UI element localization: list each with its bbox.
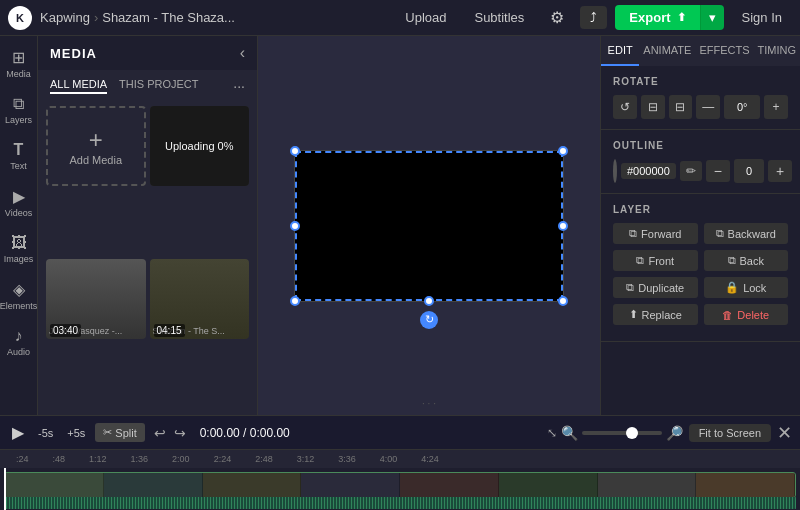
sidebar-item-elements[interactable]: ◈ Elements <box>0 272 37 319</box>
collapse-panel-button[interactable]: ‹ <box>240 44 245 62</box>
canvas-dots: · · · <box>258 399 600 407</box>
share-icon: ⤴ <box>590 10 597 25</box>
fit-to-screen-button[interactable]: Fit to Screen <box>689 424 771 442</box>
front-button[interactable]: ⧉ Front <box>613 250 698 271</box>
ruler-tick-7: 3:12 <box>285 454 327 464</box>
outline-value-input[interactable] <box>734 159 764 183</box>
edit-panel: EDIT ANIMATE EFFECTS TIMING ROTATE ↺ ⊟ ⊟… <box>600 36 800 415</box>
layers-icon: ⧉ <box>13 95 24 113</box>
outline-minus-button[interactable]: − <box>706 160 730 182</box>
audio-track[interactable] <box>4 497 796 509</box>
close-timeline-button[interactable]: ✕ <box>777 422 792 444</box>
canvas[interactable]: ↻ <box>294 150 564 302</box>
backward-label: Backward <box>728 228 776 240</box>
play-button[interactable]: ▶ <box>8 421 28 444</box>
outline-plus-button[interactable]: + <box>768 160 792 182</box>
layer-row-2: ⧉ Front ⧉ Back <box>613 250 788 271</box>
playhead[interactable] <box>4 468 6 510</box>
rotate-value-input[interactable] <box>724 95 760 119</box>
share-button[interactable]: ⤴ <box>580 6 607 29</box>
canvas-area: ↻ · · · <box>258 36 600 415</box>
logo: K <box>8 6 32 30</box>
backward-button[interactable]: ⧉ Backward <box>704 223 789 244</box>
tab-this-project[interactable]: THIS PROJECT <box>119 78 198 94</box>
tab-effects[interactable]: EFFECTS <box>695 36 753 66</box>
layer-row-1: ⧉ Forward ⧉ Backward <box>613 223 788 244</box>
duplicate-icon: ⧉ <box>626 281 634 294</box>
media-video-item-2[interactable]: Shazam - The S... 04:15 <box>150 259 250 339</box>
sidebar-item-videos[interactable]: ▶ Videos <box>0 179 37 226</box>
project-name: Shazam - The Shaza... <box>102 10 235 25</box>
resize-handle-middle-right[interactable] <box>558 221 568 231</box>
back-icon: ⧉ <box>728 254 736 267</box>
ruler-tick-4: 2:00 <box>160 454 202 464</box>
media-uploading-item[interactable]: Uploading 0% <box>150 106 250 186</box>
sidebar-item-media[interactable]: ⊞ Media <box>0 40 37 87</box>
outline-edit-button[interactable]: ✏ <box>680 161 702 181</box>
outline-color-label[interactable]: #000000 <box>621 163 676 179</box>
upload-progress: Uploading 0% <box>150 106 250 186</box>
delete-button[interactable]: 🗑 Delete <box>704 304 789 325</box>
resize-handle-middle-left[interactable] <box>290 221 300 231</box>
tab-timing[interactable]: TIMING <box>754 36 801 66</box>
split-label: Split <box>115 427 136 439</box>
zoom-out-button[interactable]: 🔍 <box>561 425 578 441</box>
sidebar-item-layers[interactable]: ⧉ Layers <box>0 87 37 133</box>
rotate-handle[interactable]: ↻ <box>420 311 438 329</box>
sidebar-item-audio[interactable]: ♪ Audio <box>0 319 37 365</box>
tab-animate[interactable]: ANIMATE <box>639 36 695 66</box>
plus5-button[interactable]: +5s <box>63 425 89 441</box>
forward-icon: ⧉ <box>629 227 637 240</box>
more-options-button[interactable]: ··· <box>233 78 245 94</box>
zoom-in-button[interactable]: 🔎 <box>666 425 683 441</box>
tab-edit[interactable]: EDIT <box>601 36 639 66</box>
zoom-icon: ⤡ <box>547 426 557 440</box>
outline-color-swatch[interactable] <box>613 159 617 183</box>
resize-handle-bottom-left[interactable] <box>290 296 300 306</box>
sidebar-item-text[interactable]: T Text <box>0 133 37 179</box>
duplicate-button[interactable]: ⧉ Duplicate <box>613 277 698 298</box>
duplicate-label: Duplicate <box>638 282 684 294</box>
media-video-item-1[interactable]: Justin Vasquez -... 03:40 <box>46 259 146 339</box>
tab-all-media[interactable]: ALL MEDIA <box>50 78 107 94</box>
undo-redo-group: ↩ ↪ <box>151 423 189 443</box>
resize-handle-bottom-middle[interactable] <box>424 296 434 306</box>
redo-button[interactable]: ↪ <box>171 423 189 443</box>
lock-label: Lock <box>743 282 766 294</box>
zoom-thumb[interactable] <box>626 427 638 439</box>
export-button[interactable]: Export ⬆ <box>615 5 699 30</box>
zoom-slider[interactable] <box>582 431 662 435</box>
export-dropdown-button[interactable]: ▾ <box>700 5 724 30</box>
sidebar: ⊞ Media ⧉ Layers T Text ▶ Videos 🖼 Image… <box>0 36 38 415</box>
rotate-ccw-button[interactable]: ↺ <box>613 95 637 119</box>
rotate-plus-button[interactable]: + <box>764 95 788 119</box>
signin-button[interactable]: Sign In <box>732 6 792 29</box>
ruler-tick-5: 2:24 <box>202 454 244 464</box>
sidebar-item-images[interactable]: 🖼 Images <box>0 226 37 272</box>
resize-handle-bottom-right[interactable] <box>558 296 568 306</box>
replace-label: Replace <box>642 309 682 321</box>
settings-icon[interactable]: ⚙ <box>542 4 572 31</box>
audio-icon: ♪ <box>15 327 23 345</box>
timeline-track[interactable] <box>0 468 800 510</box>
back-button[interactable]: ⧉ Back <box>704 250 789 271</box>
flip-h-button[interactable]: ⊟ <box>641 95 665 119</box>
add-media-button[interactable]: + Add Media <box>46 106 146 186</box>
subtitles-button[interactable]: Subtitles <box>464 6 534 29</box>
resize-handle-top-left[interactable] <box>290 146 300 156</box>
ruler-tick-8: 3:36 <box>326 454 368 464</box>
replace-button[interactable]: ⬆ Replace <box>613 304 698 325</box>
undo-button[interactable]: ↩ <box>151 423 169 443</box>
lock-button[interactable]: 🔒 Lock <box>704 277 789 298</box>
upload-button[interactable]: Upload <box>395 6 456 29</box>
split-button[interactable]: ✂ Split <box>95 423 144 442</box>
scissors-icon: ✂ <box>103 426 112 439</box>
minus5-button[interactable]: -5s <box>34 425 57 441</box>
thumb-2 <box>104 473 203 497</box>
forward-button[interactable]: ⧉ Forward <box>613 223 698 244</box>
flip-v-button[interactable]: ⊟ <box>669 95 693 119</box>
resize-handle-top-right[interactable] <box>558 146 568 156</box>
video-track[interactable] <box>4 472 796 498</box>
rotate-minus-button[interactable]: — <box>696 95 720 119</box>
thumb-4 <box>301 473 400 497</box>
